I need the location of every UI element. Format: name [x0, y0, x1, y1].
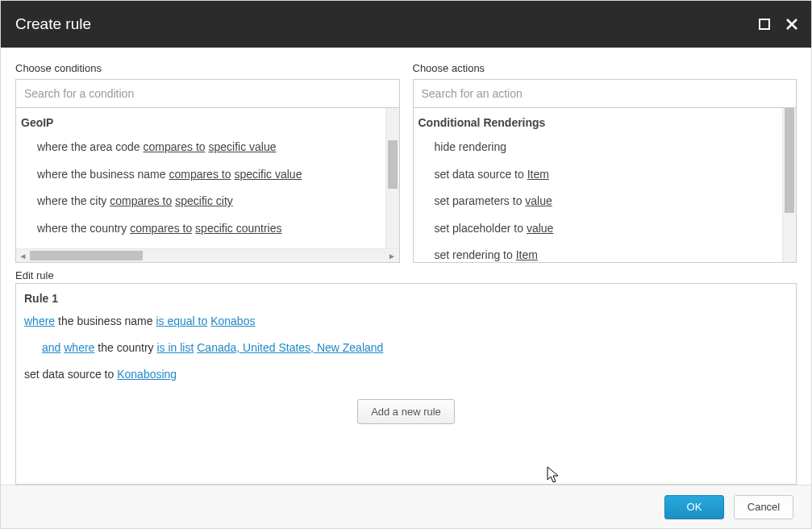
condition-item[interactable]: where the business name compares to spec… [16, 161, 399, 189]
condition-item[interactable]: where the country compares to specific c… [16, 215, 399, 243]
rule-condition-line: and where the country is in list Canada,… [24, 339, 788, 356]
where-link[interactable]: where [24, 314, 55, 327]
edit-rule-label: Edit rule [15, 269, 797, 281]
action-group-header: Conditional Renderings [414, 108, 797, 134]
action-item[interactable]: hide rendering [414, 134, 797, 161]
action-item[interactable]: set data source to Item [414, 161, 797, 189]
operator-link[interactable]: is equal to [156, 314, 207, 327]
maximize-icon [758, 18, 771, 31]
conditions-label: Choose conditions [15, 62, 400, 74]
condition-param[interactable]: specific value [208, 140, 276, 153]
condition-item[interactable]: where the city compares to specific city [16, 188, 399, 215]
action-param[interactable]: Item [516, 248, 538, 261]
condition-param[interactable]: compares to [169, 168, 231, 181]
condition-param[interactable]: specific value [234, 168, 302, 181]
scroll-right-arrow-icon[interactable]: ► [385, 249, 399, 262]
maximize-button[interactable] [756, 16, 772, 32]
scrollbar-track[interactable] [30, 249, 385, 262]
add-rule-wrap: Add a new rule [24, 399, 788, 424]
conditions-horizontal-scrollbar[interactable]: ◄ ► [16, 248, 399, 262]
titlebar: Create rule [1, 1, 811, 48]
window-buttons [756, 16, 800, 32]
conditions-column: Choose conditions GeoIP where the area c… [15, 62, 400, 263]
rule-action-line: set data source to Konabosing [24, 366, 788, 383]
action-param[interactable]: value [525, 194, 552, 207]
edit-rule-box: Rule 1 where the business name is equal … [15, 283, 797, 485]
dialog-title: Create rule [15, 15, 91, 33]
actions-listbox[interactable]: Conditional Renderings hide rendering se… [413, 108, 797, 263]
add-new-rule-button[interactable]: Add a new rule [357, 399, 455, 424]
condition-param[interactable]: compares to [130, 222, 192, 235]
conditions-scrollarea[interactable]: GeoIP where the area code compares to sp… [16, 108, 399, 248]
create-rule-dialog: Create rule Choose conditions GeoIP wher… [0, 0, 812, 529]
action-item[interactable]: set parameters to value [414, 188, 797, 215]
condition-param[interactable]: compares to [110, 194, 172, 207]
dialog-body: Choose conditions GeoIP where the area c… [1, 48, 811, 485]
actions-vertical-scrollbar[interactable] [782, 108, 796, 262]
action-item[interactable]: set placeholder to value [414, 215, 797, 243]
conditions-vertical-scrollbar[interactable] [385, 108, 399, 248]
condition-group-header: GeoIP [16, 108, 399, 134]
cancel-button[interactable]: Cancel [734, 495, 793, 519]
value-link[interactable]: Konabosing [117, 368, 177, 381]
dialog-footer: OK Cancel [1, 485, 811, 528]
action-item[interactable]: set rendering to Item [414, 242, 797, 263]
and-link[interactable]: and [42, 341, 60, 354]
operator-link[interactable]: is in list [156, 341, 194, 354]
conditions-listbox[interactable]: GeoIP where the area code compares to sp… [15, 108, 400, 263]
condition-param[interactable]: compares to [144, 140, 206, 153]
svg-rect-0 [760, 19, 769, 29]
value-link[interactable]: Konabos [210, 314, 255, 327]
condition-item[interactable]: where the area code compares to specific… [16, 134, 399, 161]
scroll-left-arrow-icon[interactable]: ◄ [16, 249, 30, 262]
ok-button[interactable]: OK [664, 495, 724, 519]
conditions-search-input[interactable] [15, 79, 400, 108]
where-link[interactable]: where [64, 341, 94, 354]
action-param[interactable]: Item [527, 168, 549, 181]
scrollbar-thumb[interactable] [388, 140, 398, 189]
rule-condition-line: where the business name is equal to Kona… [24, 313, 788, 330]
action-param[interactable]: value [527, 222, 553, 235]
close-icon [785, 17, 799, 31]
close-button[interactable] [784, 16, 800, 32]
scrollbar-thumb[interactable] [785, 108, 794, 213]
actions-column: Choose actions Conditional Renderings hi… [413, 62, 797, 263]
rule-title: Rule 1 [24, 292, 788, 305]
columns: Choose conditions GeoIP where the area c… [15, 62, 797, 263]
actions-label: Choose actions [413, 62, 797, 74]
condition-param[interactable]: specific city [175, 194, 233, 207]
value-link[interactable]: Canada, United States, New Zealand [197, 341, 383, 354]
actions-search-input[interactable] [413, 79, 797, 108]
condition-param[interactable]: specific countries [195, 222, 281, 235]
scrollbar-thumb[interactable] [30, 251, 143, 260]
